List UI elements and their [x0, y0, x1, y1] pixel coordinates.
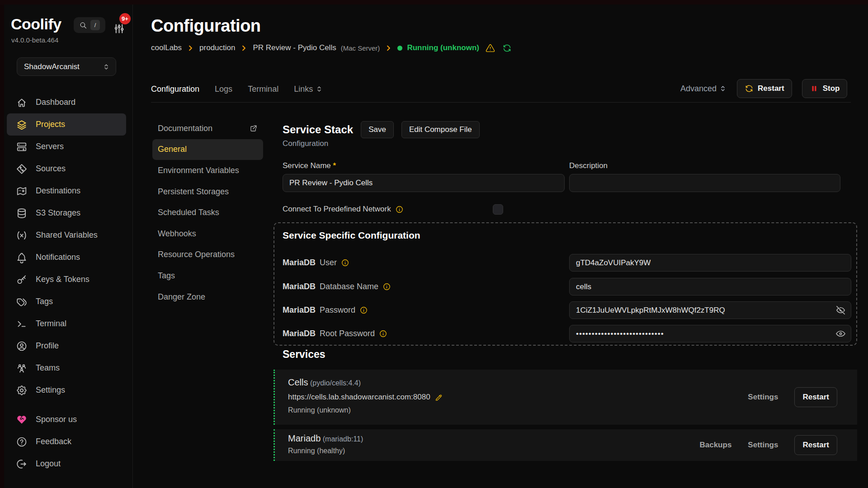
sidebar-item-s3-storages[interactable]: S3 Storages	[7, 202, 126, 224]
mariadb-user-input[interactable]	[569, 254, 851, 272]
advanced-dropdown[interactable]: Advanced	[680, 84, 727, 94]
sidebar-item-shared-variables[interactable]: Shared Variables	[7, 224, 126, 246]
subnav-item-danger-zone[interactable]: Danger Zone	[152, 286, 263, 308]
mariadb-database-name-label: MariaDB Database Name	[283, 278, 391, 296]
breadcrumb-environment[interactable]: production	[199, 43, 235, 52]
service-name-label-text: Service Name	[283, 161, 331, 170]
tab-logs[interactable]: Logs	[215, 84, 232, 94]
sidebar-item-label: Shared Variables	[36, 230, 98, 240]
sidebar-item-keys-tokens[interactable]: Keys & Tokens	[7, 268, 126, 291]
sidebar-item-teams[interactable]: Teams	[7, 357, 126, 379]
sidebar-item-sponsor-us[interactable]: Sponsor us	[7, 408, 126, 431]
subnav-item-environment-variables[interactable]: Environment Variables	[152, 160, 263, 181]
service-name-input[interactable]	[283, 174, 565, 192]
team-selector[interactable]: ShadowArcanist	[17, 57, 116, 76]
search-button[interactable]: /	[74, 17, 105, 33]
sidebar-item-label: Notifications	[36, 253, 80, 262]
tab-label: Configuration	[151, 84, 199, 94]
description-input[interactable]	[569, 174, 840, 192]
sidebar-item-logout[interactable]: Logout	[7, 453, 126, 475]
sidebar-item-label: Sponsor us	[36, 415, 77, 424]
restart-label: Restart	[758, 84, 784, 93]
description-label: Description	[569, 161, 608, 170]
stop-button[interactable]: Stop	[802, 79, 848, 98]
bell-icon	[16, 252, 28, 263]
breadcrumb-project[interactable]: coolLabs	[151, 43, 182, 52]
subnav-item-general[interactable]: General	[152, 139, 263, 160]
field-label-text: Root Password	[320, 329, 375, 338]
users-icon	[16, 362, 28, 374]
predefined-network-checkbox[interactable]	[493, 204, 503, 215]
breadcrumb: coolLabs production PR Review - Pydio Ce…	[151, 42, 512, 54]
sidebar-item-label: Teams	[36, 363, 60, 373]
app-logo[interactable]: Coolify	[11, 15, 61, 33]
sidebar-item-terminal[interactable]: Terminal	[7, 313, 126, 335]
restart-button[interactable]: Restart	[737, 79, 792, 98]
sidebar-item-tags[interactable]: Tags	[7, 291, 126, 313]
sidebar-item-projects[interactable]: Projects	[7, 113, 126, 136]
service-restart-button[interactable]: Restart	[794, 435, 837, 455]
info-icon	[359, 306, 368, 314]
mariadb-root-password-input[interactable]	[569, 325, 851, 343]
subnav-label: General	[158, 145, 187, 154]
subnav-item-webhooks[interactable]: Webhooks	[152, 223, 263, 244]
subnav-item-persistent-storages[interactable]: Persistent Storages	[152, 181, 263, 202]
sidebar-item-sources[interactable]: Sources	[7, 158, 126, 180]
status-dot	[397, 46, 402, 51]
breadcrumb-resource[interactable]: PR Review - Pydio Cells	[253, 43, 336, 52]
subnav-item-tags[interactable]: Tags	[152, 265, 263, 286]
chevron-right-icon	[240, 44, 248, 52]
subnav-item-documentation[interactable]: Documentation	[152, 118, 263, 139]
predefined-network-row: Connect To Predefined Network	[283, 205, 404, 214]
eye-icon[interactable]	[835, 328, 846, 339]
tab-configuration[interactable]: Configuration	[151, 84, 199, 94]
search-icon	[79, 21, 87, 29]
heart-icon	[16, 414, 28, 426]
service-card-cells: Cells (pydio/cells:4.4) https://cells.la…	[274, 370, 857, 425]
map-icon	[16, 185, 28, 197]
service-settings-button[interactable]: Settings	[748, 441, 778, 450]
service-restart-button[interactable]: Restart	[794, 387, 837, 407]
predefined-network-label: Connect To Predefined Network	[283, 205, 391, 214]
status-badge: Running (unknown)	[407, 43, 479, 52]
sidebar-item-label: Logout	[36, 459, 61, 469]
subnav-item-scheduled-tasks[interactable]: Scheduled Tasks	[152, 202, 263, 223]
variables-icon	[16, 230, 28, 241]
sidebar-item-feedback[interactable]: Feedback	[7, 431, 126, 453]
service-settings-button[interactable]: Settings	[748, 393, 778, 402]
sidebar-item-label: Projects	[36, 120, 65, 129]
edit-compose-file-button[interactable]: Edit Compose File	[401, 121, 480, 138]
sidebar: Coolify v4.0.0-beta.464 / 9+ ShadowArcan…	[0, 0, 133, 488]
tab-terminal[interactable]: Terminal	[248, 84, 278, 94]
service-card-actions: Settings Restart	[748, 387, 837, 407]
edit-url-icon[interactable]	[434, 393, 443, 402]
tab-links[interactable]: Links	[294, 84, 323, 94]
service-url-link[interactable]: https://cells.lab.shadowarcanist.com:808…	[288, 393, 430, 402]
eye-off-icon[interactable]	[835, 305, 846, 315]
refresh-status-icon[interactable]	[502, 43, 512, 53]
sidebar-item-servers[interactable]: Servers	[7, 136, 126, 158]
info-icon	[382, 282, 391, 291]
sidebar-item-profile[interactable]: Profile	[7, 335, 126, 357]
mariadb-database-name-input[interactable]	[569, 278, 851, 296]
services-section-title: Services	[283, 348, 326, 361]
app-window: Coolify v4.0.0-beta.464 / 9+ ShadowArcan…	[0, 0, 868, 488]
tabs-divider	[151, 102, 851, 103]
service-card-title: Cells (pydio/cells:4.4)	[288, 377, 857, 388]
user-icon	[16, 340, 28, 352]
service-backups-button[interactable]: Backups	[699, 441, 731, 450]
save-button[interactable]: Save	[361, 121, 394, 138]
notifications-button[interactable]: 9+	[113, 19, 131, 37]
subnav-item-resource-operations[interactable]: Resource Operations	[152, 244, 263, 266]
mariadb-database-name-field	[569, 278, 851, 296]
field-prefix: MariaDB	[283, 282, 316, 291]
service-name: Mariadb	[288, 433, 321, 443]
sidebar-item-destinations[interactable]: Destinations	[7, 180, 126, 202]
field-prefix: MariaDB	[283, 258, 316, 267]
sidebar-item-settings[interactable]: Settings	[7, 379, 126, 401]
sidebar-item-notifications[interactable]: Notifications	[7, 246, 126, 268]
mariadb-password-input[interactable]	[569, 301, 851, 319]
sidebar-item-label: Servers	[36, 142, 64, 151]
info-icon	[341, 258, 349, 267]
sidebar-item-dashboard[interactable]: Dashboard	[7, 91, 126, 113]
